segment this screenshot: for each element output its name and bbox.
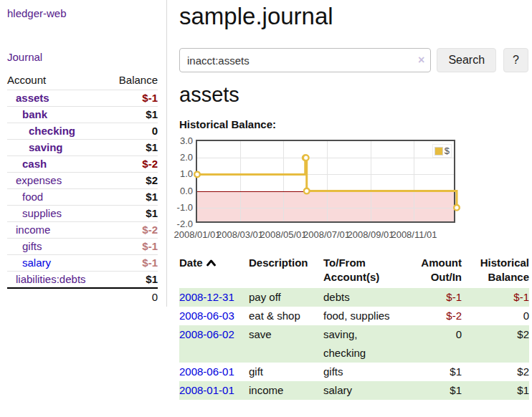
x-axis-tick-label: 2008/01/01 <box>174 229 220 240</box>
transaction-date-cell: 2008-06-02 <box>179 325 249 363</box>
transaction-accounts: debts <box>323 288 417 307</box>
transaction-date-link[interactable]: 2008-06-03 <box>179 310 234 322</box>
clear-search-icon[interactable]: × <box>418 53 424 67</box>
account-link[interactable]: food <box>22 191 43 203</box>
search-box: × <box>179 48 431 72</box>
y-axis-tick-label: 1.0 <box>174 168 193 180</box>
sort-ascending-icon <box>206 259 216 267</box>
register-col-description: Description <box>249 256 323 288</box>
account-link[interactable]: supplies <box>22 207 62 219</box>
account-row: gifts$-1 <box>7 239 158 255</box>
account-link[interactable]: liabilities:debts <box>16 273 86 285</box>
transaction-row: 2008-06-02savesaving, checking0$2 <box>179 325 529 363</box>
transaction-balance: $2 <box>462 325 529 363</box>
account-balance: $1 <box>108 140 158 156</box>
transaction-date-link[interactable]: 2008-06-01 <box>179 365 234 378</box>
data-point-marker <box>304 188 310 194</box>
transaction-date-cell: 2008-12-31 <box>179 288 249 307</box>
account-balance: $2 <box>108 173 158 189</box>
y-axis-tick-label: 0.0 <box>174 186 193 197</box>
transaction-balance: $-1 <box>462 288 529 307</box>
account-balance: 0 <box>108 123 158 140</box>
transaction-balance: $1 <box>462 381 529 400</box>
account-row: checking0 <box>7 123 158 140</box>
transaction-row: 2008-06-03eat & shopfood, supplies$-20 <box>179 307 529 325</box>
data-point-marker <box>303 155 309 160</box>
transaction-description: eat & shop <box>249 307 323 325</box>
transaction-date-link[interactable]: 2008-06-02 <box>179 328 234 340</box>
transaction-date-cell: 2008-06-03 <box>179 307 249 325</box>
balance-series <box>197 141 457 224</box>
account-balance: $1 <box>108 272 158 289</box>
account-link[interactable]: assets <box>16 92 49 104</box>
search-button[interactable]: Search <box>437 48 496 72</box>
chart-title: Historical Balance: <box>179 118 520 130</box>
x-axis-tick-label: 2008/03/01 <box>217 229 263 240</box>
data-point-marker <box>194 172 200 178</box>
transaction-accounts: salary <box>323 381 417 400</box>
account-row: cash$-2 <box>7 156 158 173</box>
account-balance: $1 <box>108 107 158 123</box>
accounts-table: Account Balance assets$-1bank$1checking0… <box>7 72 158 307</box>
account-link[interactable]: income <box>16 224 50 236</box>
register-header-row: Date Description To/From Account(s) Amou… <box>179 256 529 288</box>
account-balance: $1 <box>108 206 158 222</box>
account-row: saving$1 <box>7 140 158 156</box>
account-balance: $-2 <box>108 156 158 173</box>
accounts-total-balance: 0 <box>108 288 158 307</box>
register-col-amount: Amount Out/In <box>417 256 462 288</box>
search-input[interactable] <box>179 48 431 72</box>
y-axis-tick-label: -1.0 <box>174 202 193 214</box>
account-row: bank$1 <box>7 107 158 123</box>
transaction-description: pay off <box>249 288 323 307</box>
accounts-col-balance: Balance <box>108 72 158 90</box>
account-row: food$1 <box>7 189 158 206</box>
sidebar-item-journal[interactable]: Journal <box>7 51 158 63</box>
balance-chart: $3.02.01.00.0-1.0-2.02008/01/012008/03/0… <box>179 140 520 243</box>
data-point-marker <box>454 205 460 211</box>
account-link[interactable]: checking <box>29 125 75 137</box>
y-axis-tick-label: 2.0 <box>174 152 193 163</box>
help-button[interactable]: ? <box>503 48 528 72</box>
transaction-date-link[interactable]: 2008-01-01 <box>179 384 234 396</box>
y-axis-tick-label: -2.0 <box>174 219 193 230</box>
brand-link[interactable]: hledger-web <box>7 7 158 19</box>
account-link[interactable]: bank <box>22 108 47 120</box>
account-link[interactable]: saving <box>29 141 63 153</box>
transaction-description: income <box>249 381 323 400</box>
page-title: sample.journal <box>179 3 520 30</box>
transaction-accounts: gifts <box>323 363 417 381</box>
x-axis-tick-label: 2008/07/01 <box>303 229 350 240</box>
account-heading: assets <box>179 83 520 107</box>
search-form: × Search ? <box>179 48 528 72</box>
sidebar: hledger-web Journal Account Balance asse… <box>0 0 167 307</box>
accounts-total-spacer <box>7 288 108 307</box>
register-col-date[interactable]: Date <box>179 256 249 288</box>
accounts-total-row: 0 <box>7 288 158 307</box>
transaction-row: 2008-01-01incomesalary$1$1 <box>179 381 529 400</box>
transaction-balance: 0 <box>462 307 529 325</box>
account-link[interactable]: expenses <box>16 174 62 186</box>
account-balance: $1 <box>108 189 158 206</box>
account-row: liabilities:debts$1 <box>7 272 158 289</box>
account-link[interactable]: salary <box>22 257 51 269</box>
x-axis-tick-label: 2008/05/01 <box>260 229 306 240</box>
accounts-col-account: Account <box>7 72 108 90</box>
account-link[interactable]: gifts <box>22 240 42 252</box>
transaction-date-link[interactable]: 2008-12-31 <box>179 291 234 303</box>
account-row: expenses$2 <box>7 173 158 189</box>
account-row: supplies$1 <box>7 206 158 222</box>
x-axis-tick-label: 2008/11/01 <box>391 229 437 240</box>
account-balance: $-1 <box>108 255 158 272</box>
register-table: Date Description To/From Account(s) Amou… <box>179 256 529 400</box>
app: hledger-web Journal Account Balance asse… <box>0 0 532 414</box>
transaction-row: 2008-12-31pay offdebts$-1$-1 <box>179 288 529 307</box>
main-panel: sample.journal × Search ? assets Histori… <box>167 0 520 414</box>
transaction-description: gift <box>249 363 323 381</box>
transaction-accounts: saving, checking <box>323 325 417 363</box>
account-row: assets$-1 <box>7 90 158 107</box>
account-link[interactable]: cash <box>22 158 47 170</box>
transaction-amount: $1 <box>417 381 462 400</box>
account-balance: $-1 <box>108 239 158 255</box>
transaction-description: save <box>249 325 323 363</box>
